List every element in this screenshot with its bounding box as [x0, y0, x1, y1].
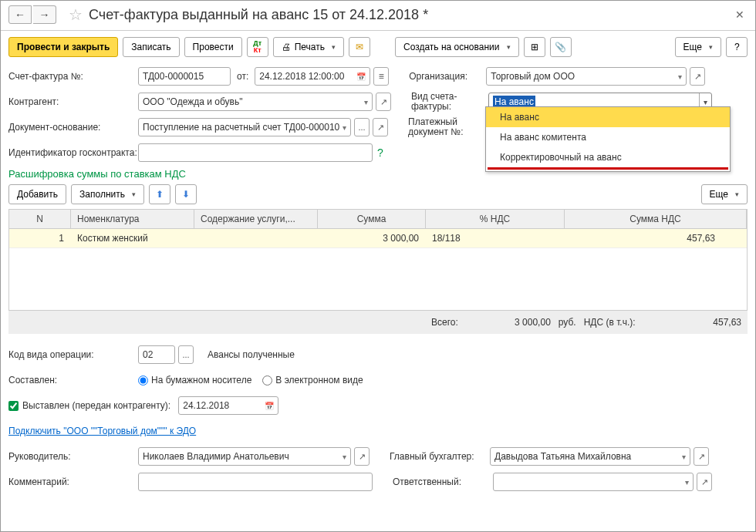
responsible-open-button[interactable]	[697, 473, 712, 491]
close-button[interactable]: ✕	[732, 7, 748, 22]
print-button[interactable]: Печать	[273, 37, 344, 57]
list-icon	[379, 71, 384, 82]
fill-button[interactable]: Заполнить	[71, 184, 144, 204]
arrow-up-icon	[156, 189, 164, 200]
paper-radio[interactable]: На бумажном носителе	[138, 375, 251, 386]
calendar-icon[interactable]	[356, 71, 366, 82]
favorite-star-icon[interactable]: ☆	[69, 5, 83, 24]
open-icon	[377, 123, 384, 133]
post-button[interactable]: Провести	[184, 37, 242, 57]
org-label: Организация:	[409, 71, 486, 82]
help-button[interactable]: ?	[726, 37, 748, 57]
dropdown-option[interactable]: На аванс	[486, 107, 730, 127]
arrow-right-icon	[39, 8, 50, 21]
col-desc[interactable]: Содержание услуги,...	[194, 210, 318, 228]
arrow-left-icon	[15, 8, 25, 21]
nav-back-button[interactable]	[8, 5, 32, 24]
attachments-button[interactable]	[550, 37, 572, 57]
col-sum[interactable]: Сумма	[318, 210, 426, 228]
invoice-no-input[interactable]: ТД00-0000015	[138, 67, 231, 86]
head-open-button[interactable]	[354, 447, 370, 466]
issued-checkbox[interactable]: Выставлен (передан контрагенту):	[8, 400, 170, 411]
col-vat[interactable]: % НДС	[426, 210, 565, 228]
date-list-button[interactable]	[373, 67, 389, 86]
col-n[interactable]: N	[9, 210, 71, 228]
open-icon	[701, 477, 708, 487]
responsible-input[interactable]: ▾	[493, 473, 694, 491]
open-icon	[698, 452, 705, 462]
comment-label: Комментарий:	[8, 476, 138, 487]
table-more-button[interactable]: Еще	[701, 184, 748, 204]
paperclip-icon	[555, 42, 566, 52]
mail-icon	[356, 42, 363, 52]
email-button[interactable]	[349, 37, 370, 57]
dropdown-option[interactable]: На аванс комитента	[486, 127, 730, 147]
help-icon[interactable]: ?	[377, 146, 383, 159]
save-button[interactable]: Записать	[123, 37, 179, 57]
counterparty-label: Контрагент:	[8, 96, 138, 107]
date-input[interactable]: 24.12.2018 12:00:00	[255, 67, 370, 86]
accountant-open-button[interactable]	[694, 447, 709, 466]
issued-date-input[interactable]: 24.12.2018	[178, 396, 278, 415]
gov-id-label: Идентификатор госконтракта:	[8, 147, 138, 158]
create-based-button[interactable]: Создать на основании	[395, 37, 519, 57]
post-and-close-button[interactable]: Провести и закрыть	[8, 37, 118, 57]
from-label: от:	[237, 71, 248, 82]
basis-open-button[interactable]	[373, 118, 388, 136]
table-row[interactable]: 1 Костюм женский 3 000,00 18/118 457,63	[9, 229, 747, 248]
op-code-name: Авансы полученные	[208, 349, 295, 360]
nav-forward-button[interactable]	[33, 5, 56, 24]
structure-icon	[531, 42, 538, 52]
org-input[interactable]: Торговый дом ООО▾	[486, 67, 687, 86]
move-up-button[interactable]	[149, 184, 170, 204]
totals-bar: Всего: 3 000,00 руб. НДС (в т.ч.): 457,6…	[8, 311, 748, 334]
counterparty-open-button[interactable]	[376, 93, 391, 111]
op-code-label: Код вида операции:	[8, 349, 138, 360]
vat-incl-value: 457,63	[636, 317, 741, 328]
move-down-button[interactable]	[175, 184, 197, 204]
invoice-type-dropdown[interactable]: На аванс На аванс комитента Корректирово…	[485, 106, 731, 172]
electronic-radio[interactable]: В электронном виде	[262, 375, 363, 386]
window-title: Счет-фактура выданный на аванс 15 от 24.…	[89, 7, 428, 23]
add-row-button[interactable]: Добавить	[8, 184, 66, 204]
gov-id-input[interactable]	[138, 143, 373, 162]
composed-label: Составлен:	[8, 375, 138, 386]
open-icon	[380, 97, 387, 107]
responsible-label: Ответственный:	[393, 476, 493, 487]
col-item[interactable]: Номенклатура	[71, 210, 194, 228]
accountant-input[interactable]: Давыдова Татьяна Михайловна▾	[490, 447, 690, 466]
invoice-type-label: Вид счета-фактуры:	[411, 92, 488, 112]
calendar-icon[interactable]	[265, 400, 274, 411]
org-open-button[interactable]	[690, 67, 705, 86]
dtkt-button[interactable]: ДтКт	[247, 37, 268, 57]
edo-connect-link[interactable]: Подключить "ООО ""Торговый дом""" к ЭДО	[8, 426, 196, 436]
dtkt-icon: ДтКт	[253, 40, 262, 54]
total-value: 3 000,00	[458, 317, 551, 328]
open-icon	[359, 452, 366, 462]
currency: руб.	[559, 317, 576, 328]
structure-button[interactable]	[524, 37, 545, 57]
more-button[interactable]: Еще	[675, 37, 721, 57]
table-empty-area[interactable]	[9, 248, 747, 310]
head-input[interactable]: Николаев Владимир Анатольевич▾	[138, 447, 351, 466]
dropdown-option[interactable]: Корректировочный на аванс	[486, 147, 730, 167]
accountant-label: Главный бухгалтер:	[390, 451, 490, 462]
counterparty-input[interactable]: ООО "Одежда и обувь"▾	[138, 93, 373, 111]
op-code-select-button[interactable]: ...	[178, 345, 194, 364]
payment-doc-label: Платежный документ №:	[408, 117, 485, 137]
items-table: N Номенклатура Содержание услуги,... Сум…	[8, 209, 748, 311]
vat-incl-label: НДС (в т.ч.):	[584, 317, 636, 328]
open-icon	[694, 72, 701, 82]
arrow-down-icon	[182, 189, 190, 200]
total-label: Всего:	[431, 317, 458, 328]
annotation-underline	[488, 167, 728, 170]
col-vatsum[interactable]: Сумма НДС	[565, 210, 747, 228]
basis-input[interactable]: Поступление на расчетный счет ТД00-00001…	[138, 118, 351, 136]
invoice-no-label: Счет-фактура №:	[8, 71, 138, 82]
head-label: Руководитель:	[8, 451, 138, 462]
basis-list-button[interactable]: ...	[354, 118, 370, 136]
op-code-input[interactable]: 02	[138, 345, 175, 364]
printer-icon	[282, 42, 291, 52]
comment-input[interactable]	[138, 473, 373, 491]
basis-label: Документ-основание:	[8, 122, 138, 133]
